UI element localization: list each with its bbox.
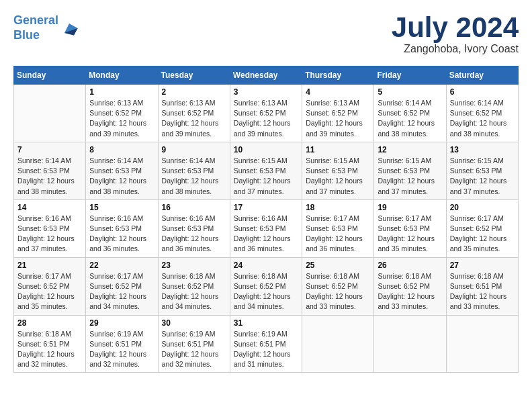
- calendar-cell: 20Sunrise: 6:17 AM Sunset: 6:52 PM Dayli…: [446, 199, 518, 257]
- day-number: 27: [450, 261, 515, 270]
- day-number: 23: [162, 261, 226, 270]
- day-info: Sunrise: 6:18 AM Sunset: 6:52 PM Dayligh…: [162, 271, 226, 312]
- day-info: Sunrise: 6:15 AM Sunset: 6:53 PM Dayligh…: [306, 156, 370, 197]
- calendar-cell: 24Sunrise: 6:18 AM Sunset: 6:52 PM Dayli…: [230, 257, 302, 315]
- calendar-week-row: 28Sunrise: 6:18 AM Sunset: 6:51 PM Dayli…: [14, 315, 519, 373]
- calendar-cell: 25Sunrise: 6:18 AM Sunset: 6:52 PM Dayli…: [302, 257, 374, 315]
- day-number: 2: [162, 87, 226, 97]
- day-info: Sunrise: 6:18 AM Sunset: 6:52 PM Dayligh…: [378, 271, 442, 312]
- day-number: 19: [378, 203, 442, 212]
- day-info: Sunrise: 6:18 AM Sunset: 6:52 PM Dayligh…: [234, 271, 298, 312]
- day-info: Sunrise: 6:18 AM Sunset: 6:52 PM Dayligh…: [306, 271, 370, 312]
- day-info: Sunrise: 6:14 AM Sunset: 6:53 PM Dayligh…: [17, 156, 82, 197]
- calendar-cell: 28Sunrise: 6:18 AM Sunset: 6:51 PM Dayli…: [14, 315, 86, 373]
- logo-text: General Blue: [13, 13, 58, 42]
- calendar-cell: 16Sunrise: 6:16 AM Sunset: 6:53 PM Dayli…: [158, 199, 230, 257]
- calendar-cell: 31Sunrise: 6:19 AM Sunset: 6:51 PM Dayli…: [230, 315, 302, 373]
- day-info: Sunrise: 6:17 AM Sunset: 6:52 PM Dayligh…: [89, 271, 154, 312]
- calendar-cell: 11Sunrise: 6:15 AM Sunset: 6:53 PM Dayli…: [302, 142, 374, 199]
- day-info: Sunrise: 6:17 AM Sunset: 6:52 PM Dayligh…: [17, 271, 82, 312]
- day-info: Sunrise: 6:14 AM Sunset: 6:52 PM Dayligh…: [378, 98, 442, 139]
- calendar-week-row: 7Sunrise: 6:14 AM Sunset: 6:53 PM Daylig…: [14, 142, 519, 199]
- day-number: 4: [306, 87, 370, 97]
- day-info: Sunrise: 6:19 AM Sunset: 6:51 PM Dayligh…: [89, 329, 154, 370]
- calendar-cell: 22Sunrise: 6:17 AM Sunset: 6:52 PM Dayli…: [86, 257, 158, 315]
- logo: General Blue: [13, 13, 79, 42]
- day-info: Sunrise: 6:19 AM Sunset: 6:51 PM Dayligh…: [234, 329, 298, 370]
- day-header-sunday: Sunday: [14, 66, 86, 85]
- day-info: Sunrise: 6:16 AM Sunset: 6:53 PM Dayligh…: [162, 214, 226, 255]
- calendar-cell: 6Sunrise: 6:14 AM Sunset: 6:52 PM Daylig…: [446, 85, 518, 142]
- calendar-cell: 23Sunrise: 6:18 AM Sunset: 6:52 PM Dayli…: [158, 257, 230, 315]
- calendar-cell: 14Sunrise: 6:16 AM Sunset: 6:53 PM Dayli…: [14, 199, 86, 257]
- calendar-cell: 27Sunrise: 6:18 AM Sunset: 6:51 PM Dayli…: [446, 257, 518, 315]
- calendar-cell: 30Sunrise: 6:19 AM Sunset: 6:51 PM Dayli…: [158, 315, 230, 373]
- day-number: 12: [378, 145, 442, 154]
- day-info: Sunrise: 6:18 AM Sunset: 6:51 PM Dayligh…: [17, 329, 82, 370]
- day-header-friday: Friday: [374, 66, 446, 85]
- day-number: 11: [306, 145, 370, 154]
- calendar-cell: 15Sunrise: 6:16 AM Sunset: 6:53 PM Dayli…: [86, 199, 158, 257]
- month-title: July 2024: [392, 13, 519, 42]
- calendar-week-row: 14Sunrise: 6:16 AM Sunset: 6:53 PM Dayli…: [14, 199, 519, 257]
- calendar-cell: 5Sunrise: 6:14 AM Sunset: 6:52 PM Daylig…: [374, 85, 446, 142]
- calendar-cell: [446, 315, 518, 373]
- day-number: 28: [17, 318, 82, 328]
- day-number: 25: [306, 261, 370, 270]
- day-header-thursday: Thursday: [302, 66, 374, 85]
- calendar-header-row: SundayMondayTuesdayWednesdayThursdayFrid…: [14, 66, 519, 85]
- day-info: Sunrise: 6:14 AM Sunset: 6:52 PM Dayligh…: [450, 98, 515, 139]
- day-info: Sunrise: 6:16 AM Sunset: 6:53 PM Dayligh…: [234, 214, 298, 255]
- day-number: 6: [450, 87, 515, 97]
- day-info: Sunrise: 6:13 AM Sunset: 6:52 PM Dayligh…: [162, 98, 226, 139]
- day-number: 3: [234, 87, 298, 97]
- day-info: Sunrise: 6:17 AM Sunset: 6:53 PM Dayligh…: [306, 214, 370, 255]
- day-number: 18: [306, 203, 370, 212]
- day-info: Sunrise: 6:19 AM Sunset: 6:51 PM Dayligh…: [162, 329, 226, 370]
- calendar-cell: 8Sunrise: 6:14 AM Sunset: 6:53 PM Daylig…: [86, 142, 158, 199]
- day-info: Sunrise: 6:15 AM Sunset: 6:53 PM Dayligh…: [234, 156, 298, 197]
- day-number: 8: [89, 145, 154, 154]
- day-number: 20: [450, 203, 515, 212]
- day-number: 7: [17, 145, 82, 154]
- calendar-cell: 19Sunrise: 6:17 AM Sunset: 6:53 PM Dayli…: [374, 199, 446, 257]
- calendar-cell: [374, 315, 446, 373]
- calendar-cell: 21Sunrise: 6:17 AM Sunset: 6:52 PM Dayli…: [14, 257, 86, 315]
- day-info: Sunrise: 6:17 AM Sunset: 6:53 PM Dayligh…: [378, 214, 442, 255]
- day-info: Sunrise: 6:16 AM Sunset: 6:53 PM Dayligh…: [89, 214, 154, 255]
- day-info: Sunrise: 6:14 AM Sunset: 6:53 PM Dayligh…: [89, 156, 154, 197]
- calendar-cell: 9Sunrise: 6:14 AM Sunset: 6:53 PM Daylig…: [158, 142, 230, 199]
- calendar-table: SundayMondayTuesdayWednesdayThursdayFrid…: [13, 66, 519, 373]
- calendar-cell: [14, 85, 86, 142]
- day-number: 29: [89, 318, 154, 328]
- day-header-monday: Monday: [86, 66, 158, 85]
- day-header-tuesday: Tuesday: [158, 66, 230, 85]
- calendar-cell: 26Sunrise: 6:18 AM Sunset: 6:52 PM Dayli…: [374, 257, 446, 315]
- logo-line1: General: [13, 13, 58, 27]
- day-number: 9: [162, 145, 226, 154]
- day-number: 22: [89, 261, 154, 270]
- day-number: 16: [162, 203, 226, 212]
- day-number: 15: [89, 203, 154, 212]
- day-number: 31: [234, 318, 298, 328]
- calendar-cell: 29Sunrise: 6:19 AM Sunset: 6:51 PM Dayli…: [86, 315, 158, 373]
- calendar-week-row: 1Sunrise: 6:13 AM Sunset: 6:52 PM Daylig…: [14, 85, 519, 142]
- day-number: 10: [234, 145, 298, 154]
- day-number: 5: [378, 87, 442, 97]
- calendar-cell: 3Sunrise: 6:13 AM Sunset: 6:52 PM Daylig…: [230, 85, 302, 142]
- day-info: Sunrise: 6:16 AM Sunset: 6:53 PM Dayligh…: [17, 214, 82, 255]
- calendar-cell: 4Sunrise: 6:13 AM Sunset: 6:52 PM Daylig…: [302, 85, 374, 142]
- calendar-cell: 17Sunrise: 6:16 AM Sunset: 6:53 PM Dayli…: [230, 199, 302, 257]
- day-header-wednesday: Wednesday: [230, 66, 302, 85]
- calendar-cell: 1Sunrise: 6:13 AM Sunset: 6:52 PM Daylig…: [86, 85, 158, 142]
- calendar-cell: 18Sunrise: 6:17 AM Sunset: 6:53 PM Dayli…: [302, 199, 374, 257]
- day-number: 13: [450, 145, 515, 154]
- calendar-week-row: 21Sunrise: 6:17 AM Sunset: 6:52 PM Dayli…: [14, 257, 519, 315]
- calendar-cell: [302, 315, 374, 373]
- page-header: General Blue July 2024 Zangohoba, Ivory …: [13, 13, 519, 55]
- day-number: 30: [162, 318, 226, 328]
- day-info: Sunrise: 6:13 AM Sunset: 6:52 PM Dayligh…: [234, 98, 298, 139]
- day-number: 21: [17, 261, 82, 270]
- calendar-cell: 13Sunrise: 6:15 AM Sunset: 6:53 PM Dayli…: [446, 142, 518, 199]
- day-number: 24: [234, 261, 298, 270]
